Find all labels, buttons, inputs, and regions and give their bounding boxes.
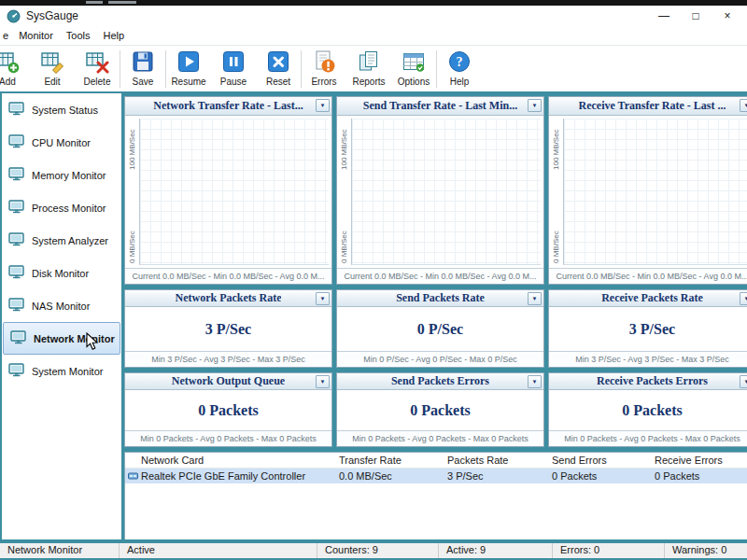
errors-icon bbox=[312, 49, 336, 76]
pause-button[interactable]: Pause bbox=[211, 46, 256, 87]
sidebar-item-nas-monitor[interactable]: NAS Monitor bbox=[2, 289, 121, 322]
edit-label: Edit bbox=[44, 77, 60, 87]
status-state: Active bbox=[120, 543, 317, 558]
delete-label: Delete bbox=[84, 77, 111, 87]
receive-packets-errors-panel: Receive Packets Errors ▼ 0 Packets Min 0… bbox=[548, 372, 747, 447]
status-active: Active: 9 bbox=[439, 543, 553, 558]
chart-area: 100 MB/Sec 0 MB/Sec bbox=[549, 116, 747, 268]
sidebar-item-network-monitor[interactable]: Network Monitor bbox=[3, 322, 120, 355]
minimize-button[interactable]: — bbox=[648, 6, 680, 26]
menu-item-monitor[interactable]: Monitor bbox=[12, 28, 60, 43]
monitor-icon bbox=[8, 298, 25, 314]
panel-menu-button[interactable]: ▼ bbox=[528, 99, 542, 112]
panel-menu-button[interactable]: ▼ bbox=[528, 375, 542, 388]
panel-title: Network Transfer Rate - Last... bbox=[153, 99, 303, 113]
reports-icon bbox=[357, 49, 381, 76]
column-header-send-errors[interactable]: Send Errors bbox=[552, 453, 607, 468]
reports-button[interactable]: Reports bbox=[346, 46, 391, 87]
close-button[interactable]: × bbox=[712, 6, 743, 26]
add-button[interactable]: Add bbox=[0, 46, 30, 87]
send-transfer-rate-chart-panel: Send Transfer Rate - Last Min... ▼ 100 M… bbox=[336, 96, 544, 285]
gauge-stats-footer: Min 0 Packets - Avg 0 Packets - Max 0 Pa… bbox=[337, 430, 543, 446]
table-row[interactable]: Realtek PCIe GbE Family Controller 0.0 M… bbox=[125, 469, 747, 483]
chart-stats-footer: Current 0.0 MB/Sec - Min 0.0 MB/Sec - Av… bbox=[549, 268, 747, 284]
errors-button[interactable]: Errors bbox=[302, 46, 346, 87]
y-axis-max-label: 100 MB/Sec bbox=[340, 129, 348, 170]
panel-menu-button[interactable]: ▼ bbox=[740, 99, 747, 112]
sidebar-item-disk-monitor[interactable]: Disk Monitor bbox=[2, 257, 121, 289]
column-header-receive-errors[interactable]: Receive Errors bbox=[655, 453, 723, 468]
gauge-value: 0 Packets bbox=[337, 390, 543, 430]
panel-title: Receive Packets Errors bbox=[597, 374, 708, 388]
sidebar-item-cpu-monitor[interactable]: CPU Monitor bbox=[2, 126, 121, 159]
network-output-queue-panel: Network Output Queue ▼ 0 Packets Min 0 P… bbox=[124, 372, 332, 447]
column-header-packets-rate[interactable]: Packets Rate bbox=[447, 453, 508, 468]
svg-text:?: ? bbox=[457, 55, 463, 69]
background-window-glyph bbox=[86, 1, 103, 4]
resume-button[interactable]: Resume bbox=[166, 46, 211, 87]
panel-header: Network Transfer Rate - Last... ▼ bbox=[125, 97, 331, 116]
column-header-network-card[interactable]: Network Card bbox=[141, 453, 204, 468]
monitor-icon bbox=[8, 265, 25, 281]
delete-button[interactable]: Delete bbox=[75, 46, 120, 87]
column-header-transfer-rate[interactable]: Transfer Rate bbox=[339, 453, 402, 468]
panel-menu-button[interactable]: ▼ bbox=[740, 375, 747, 388]
monitor-icon bbox=[8, 363, 25, 379]
gauge-value: 3 P/Sec bbox=[549, 307, 747, 351]
menu-item-help[interactable]: Help bbox=[97, 28, 132, 43]
sidebar-item-memory-monitor[interactable]: Memory Monitor bbox=[2, 159, 121, 191]
chevron-down-icon: ▼ bbox=[532, 103, 538, 108]
reset-icon bbox=[266, 49, 290, 76]
panel-menu-button[interactable]: ▼ bbox=[316, 375, 330, 388]
menu-item-tools[interactable]: Tools bbox=[60, 28, 97, 43]
help-label: Help bbox=[450, 77, 470, 87]
reset-button[interactable]: Reset bbox=[256, 46, 301, 87]
options-button[interactable]: Options bbox=[391, 46, 436, 87]
sidebar-item-label: Memory Monitor bbox=[32, 170, 106, 181]
gauge-stats-footer: Min 0 P/Sec - Avg 0 P/Sec - Max 0 P/Sec bbox=[337, 351, 543, 367]
panel-menu-button[interactable]: ▼ bbox=[316, 99, 330, 112]
pause-label: Pause bbox=[220, 77, 247, 87]
sidebar-item-label: Process Monitor bbox=[32, 203, 106, 214]
gauge-value: 3 P/Sec bbox=[125, 307, 331, 351]
sidebar-item-label: Disk Monitor bbox=[32, 268, 89, 279]
add-label: Add bbox=[0, 77, 16, 87]
monitor-icon bbox=[8, 167, 25, 183]
sidebar-item-label: System Monitor bbox=[32, 366, 103, 377]
panel-header: Send Transfer Rate - Last Min... ▼ bbox=[337, 97, 543, 116]
menubar: e Monitor Tools Help bbox=[0, 26, 747, 45]
reset-label: Reset bbox=[266, 77, 290, 87]
status-warnings: Warnings: 0 bbox=[665, 543, 747, 558]
help-button[interactable]: ? Help bbox=[437, 46, 482, 87]
chart-area: 100 MB/Sec 0 MB/Sec bbox=[125, 116, 331, 268]
sidebar-item-system-analyzer[interactable]: System Analyzer bbox=[2, 224, 121, 257]
network-adapter-icon bbox=[128, 471, 138, 481]
cell-network-card-name: Realtek PCIe GbE Family Controller bbox=[141, 469, 305, 483]
sidebar-item-label: Network Monitor bbox=[34, 333, 115, 344]
menu-item-file-clipped[interactable]: e bbox=[0, 28, 12, 43]
edit-button[interactable]: Edit bbox=[30, 46, 75, 87]
gauge-value: 0 P/Sec bbox=[337, 307, 543, 351]
panel-menu-button[interactable]: ▼ bbox=[316, 292, 330, 305]
maximize-button[interactable]: □ bbox=[680, 6, 712, 26]
delete-icon bbox=[85, 49, 109, 76]
sidebar-item-system-status[interactable]: System Status bbox=[2, 93, 121, 126]
sidebar-item-system-monitor[interactable]: System Monitor bbox=[2, 355, 121, 387]
network-transfer-rate-chart-panel: Network Transfer Rate - Last... ▼ 100 MB… bbox=[124, 96, 332, 285]
panel-menu-button[interactable]: ▼ bbox=[528, 292, 542, 305]
chevron-down-icon: ▼ bbox=[320, 103, 326, 108]
app-icon bbox=[7, 9, 21, 23]
save-icon bbox=[131, 49, 155, 76]
background-window-glyph bbox=[108, 1, 136, 4]
sidebar-item-process-monitor[interactable]: Process Monitor bbox=[2, 191, 121, 224]
monitor-icon bbox=[10, 330, 27, 346]
panel-header: Receive Transfer Rate - Last ... ▼ bbox=[549, 97, 747, 116]
panel-menu-button[interactable]: ▼ bbox=[740, 292, 747, 305]
save-button[interactable]: Save bbox=[120, 46, 165, 87]
cell-send-errors: 0 Packets bbox=[552, 469, 597, 483]
panel-title: Send Packets Errors bbox=[391, 374, 489, 388]
sidebar: System Status CPU Monitor Memory Monitor… bbox=[2, 93, 121, 539]
panel-header: Network Packets Rate ▼ bbox=[125, 290, 331, 307]
chart-area: 100 MB/Sec 0 MB/Sec bbox=[337, 116, 543, 268]
gauge-value: 0 Packets bbox=[125, 390, 331, 430]
